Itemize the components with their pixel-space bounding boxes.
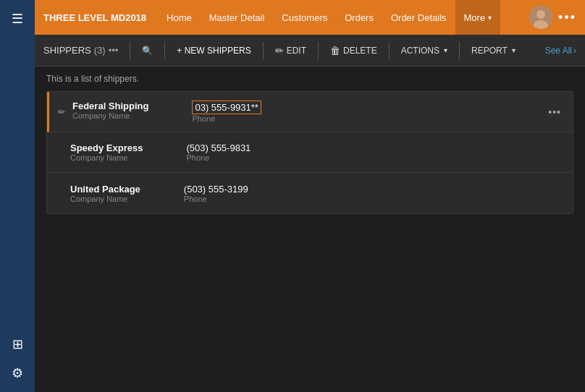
more-dropdown-arrow: ▾	[488, 14, 492, 22]
see-all-button[interactable]: See All ›	[545, 46, 576, 56]
phone-label: Phone	[192, 114, 261, 123]
sidebar: ☰ ⊞ ⚙	[0, 0, 35, 392]
shipper-phone-block: 03) 555-9931** Phone	[192, 101, 261, 123]
search-button[interactable]: 🔍	[136, 39, 159, 62]
nav-item-customers[interactable]: Customers	[273, 0, 336, 35]
actions-dropdown-arrow: ▾	[444, 46, 447, 54]
report-button[interactable]: REPORT ▾	[466, 39, 521, 62]
settings-icon[interactable]: ⚙	[6, 362, 29, 385]
table-row[interactable]: ✏ Federal Shipping Company Name 03) 555-…	[47, 92, 573, 132]
phone-label: Phone	[184, 195, 248, 203]
toolbar-section-title: SHIPPERS (3) •••	[43, 45, 118, 56]
toolbar-separator-2	[164, 42, 165, 59]
report-dropdown-arrow: ▾	[512, 46, 515, 54]
content-area: This is a list of shippers. ✏ Federal Sh…	[35, 67, 585, 392]
user-avatar[interactable]	[529, 6, 552, 29]
row-actions-button[interactable]: •••	[545, 103, 564, 121]
edit-icon: ✏	[275, 45, 284, 56]
nav-item-more[interactable]: More ▾	[455, 0, 501, 35]
row-actions-button[interactable]	[558, 190, 564, 196]
shipper-name-block: Speedy Express Company Name	[70, 142, 143, 162]
main-area: THREE LEVEL MD2018 Home Master Detail Cu…	[35, 0, 585, 392]
row-actions-button[interactable]	[558, 150, 564, 155]
toolbar-more-icon[interactable]: •••	[109, 45, 119, 56]
phone-label: Phone	[186, 153, 251, 162]
toolbar-separator-5	[389, 42, 390, 59]
delete-icon: 🗑	[330, 45, 340, 56]
shipper-company-name: Federal Shipping	[72, 101, 148, 111]
nav-items: Home Master Detail Customers Orders Orde…	[158, 0, 529, 35]
table-row[interactable]: Speedy Express Company Name (503) 555-98…	[47, 132, 573, 173]
apps-icon[interactable]: ⊞	[6, 333, 29, 356]
toolbar-separator-3	[263, 42, 264, 59]
new-shippers-button[interactable]: + NEW SHIPPERS	[171, 39, 256, 62]
section-label: SHIPPERS	[43, 45, 91, 56]
company-name-label: Company Name	[72, 111, 148, 120]
shipper-phone-block: (503) 555-9831 Phone	[186, 142, 251, 162]
see-all-arrow: ›	[573, 46, 576, 56]
top-navigation: THREE LEVEL MD2018 Home Master Detail Cu…	[35, 0, 585, 35]
shipper-company-name: United Package	[70, 184, 140, 195]
shipper-info: Speedy Express Company Name (503) 555-98…	[70, 142, 558, 162]
list-description: This is a list of shippers.	[46, 74, 573, 84]
shipper-phone: 03) 555-9931**	[192, 101, 261, 114]
company-name-label: Company Name	[70, 153, 143, 162]
edit-button[interactable]: ✏ EDIT	[269, 39, 312, 62]
company-name-label: Company Name	[70, 195, 140, 203]
toolbar-separator-1	[130, 42, 130, 59]
toolbar-separator-4	[318, 42, 319, 59]
shippers-table: ✏ Federal Shipping Company Name 03) 555-…	[46, 91, 573, 214]
shipper-info: United Package Company Name (503) 555-31…	[70, 184, 558, 203]
shipper-name-block: United Package Company Name	[70, 184, 140, 203]
row-edit-icon: ✏	[58, 107, 72, 117]
actions-button[interactable]: ACTIONS ▾	[395, 39, 453, 62]
nav-item-master-detail[interactable]: Master Detail	[201, 0, 274, 35]
delete-button[interactable]: 🗑 DELETE	[324, 39, 383, 62]
shipper-phone: (503) 555-3199	[184, 184, 248, 195]
section-count: (3)	[94, 45, 106, 56]
svg-point-1	[536, 10, 545, 19]
toolbar-separator-6	[459, 42, 460, 59]
toolbar: SHIPPERS (3) ••• 🔍 + NEW SHIPPERS ✏ EDIT…	[35, 35, 585, 67]
topnav-right: •••	[529, 6, 576, 29]
shipper-phone: (503) 555-9831	[186, 142, 251, 153]
shipper-company-name: Speedy Express	[70, 142, 143, 153]
nav-item-order-details[interactable]: Order Details	[382, 0, 455, 35]
topnav-more-button[interactable]: •••	[558, 10, 576, 25]
table-row[interactable]: United Package Company Name (503) 555-31…	[47, 173, 573, 213]
nav-item-home[interactable]: Home	[158, 0, 201, 35]
nav-item-orders[interactable]: Orders	[336, 0, 382, 35]
app-title: THREE LEVEL MD2018	[43, 12, 146, 23]
shipper-info: Federal Shipping Company Name 03) 555-99…	[72, 101, 545, 123]
shipper-name-block: Federal Shipping Company Name	[72, 101, 148, 120]
menu-icon[interactable]: ☰	[6, 7, 29, 30]
shipper-phone-block: (503) 555-3199 Phone	[184, 184, 248, 203]
search-icon: 🔍	[142, 46, 153, 56]
